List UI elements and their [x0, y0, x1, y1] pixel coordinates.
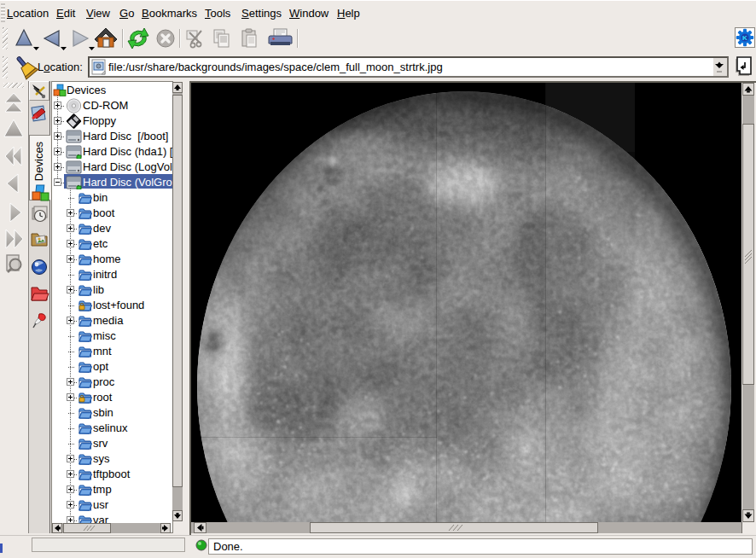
svg-text:K: K [742, 34, 747, 42]
